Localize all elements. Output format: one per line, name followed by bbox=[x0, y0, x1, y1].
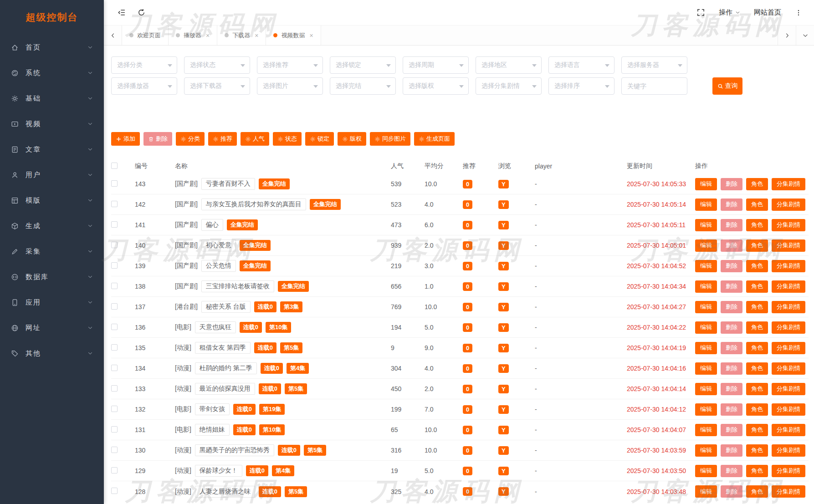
episode-plot-button[interactable]: 分集剧情 bbox=[772, 342, 805, 354]
filter-select[interactable]: 选择锁定 bbox=[330, 56, 396, 74]
sidebar-item[interactable]: 基础 bbox=[0, 86, 104, 111]
row-checkbox[interactable] bbox=[111, 303, 118, 310]
role-button[interactable]: 角色 bbox=[746, 260, 768, 272]
edit-button[interactable]: 编辑 bbox=[695, 403, 717, 416]
toolbar-button[interactable]: 同步图片 bbox=[370, 132, 410, 146]
role-button[interactable]: 角色 bbox=[746, 485, 768, 498]
role-button[interactable]: 角色 bbox=[746, 321, 768, 334]
episode-plot-button[interactable]: 分集剧情 bbox=[772, 362, 805, 375]
toolbar-button[interactable]: 添加 bbox=[111, 132, 140, 146]
edit-button[interactable]: 编辑 bbox=[695, 280, 717, 293]
tabs-scroll-left-button[interactable] bbox=[104, 25, 122, 45]
delete-button[interactable]: 删除 bbox=[721, 301, 742, 313]
edit-button[interactable]: 编辑 bbox=[695, 444, 717, 457]
sidebar-item[interactable]: 数据库 bbox=[0, 264, 104, 290]
tab[interactable]: 欢迎页面 bbox=[122, 25, 169, 45]
tab[interactable]: 播放器 × bbox=[169, 25, 217, 45]
edit-button[interactable]: 编辑 bbox=[695, 383, 717, 395]
delete-button[interactable]: 删除 bbox=[721, 465, 742, 477]
role-button[interactable]: 角色 bbox=[746, 239, 768, 252]
role-button[interactable]: 角色 bbox=[746, 178, 768, 190]
toolbar-button[interactable]: 状态 bbox=[273, 132, 302, 146]
collapse-sidebar-icon[interactable] bbox=[118, 8, 126, 17]
sidebar-item[interactable]: 系统 bbox=[0, 60, 104, 86]
toolbar-button[interactable]: 人气 bbox=[241, 132, 269, 146]
episode-plot-button[interactable]: 分集剧情 bbox=[772, 219, 805, 231]
episode-plot-button[interactable]: 分集剧情 bbox=[772, 403, 805, 416]
delete-button[interactable]: 删除 bbox=[721, 199, 742, 211]
edit-button[interactable]: 编辑 bbox=[695, 321, 717, 334]
more-menu-icon[interactable] bbox=[795, 9, 802, 16]
toolbar-button[interactable]: 分类 bbox=[176, 132, 205, 146]
filter-select[interactable]: 选择完结 bbox=[330, 77, 396, 95]
delete-button[interactable]: 删除 bbox=[721, 178, 742, 190]
select-all-checkbox[interactable] bbox=[111, 163, 118, 169]
episode-plot-button[interactable]: 分集剧情 bbox=[772, 321, 805, 334]
episode-plot-button[interactable]: 分集剧情 bbox=[772, 465, 805, 477]
edit-button[interactable]: 编辑 bbox=[695, 178, 717, 190]
sidebar-item[interactable]: 其他 bbox=[0, 341, 104, 366]
delete-button[interactable]: 删除 bbox=[721, 383, 742, 395]
episode-plot-button[interactable]: 分集剧情 bbox=[772, 485, 805, 498]
role-button[interactable]: 角色 bbox=[746, 301, 768, 313]
row-checkbox[interactable] bbox=[111, 467, 118, 473]
delete-button[interactable]: 删除 bbox=[721, 403, 742, 416]
delete-button[interactable]: 删除 bbox=[721, 260, 742, 272]
row-checkbox[interactable] bbox=[111, 180, 118, 187]
tabs-scroll-right-button[interactable] bbox=[778, 25, 796, 45]
edit-button[interactable]: 编辑 bbox=[695, 424, 717, 436]
row-checkbox[interactable] bbox=[111, 221, 118, 228]
row-checkbox[interactable] bbox=[111, 283, 118, 289]
sidebar-item[interactable]: 视频 bbox=[0, 111, 104, 137]
role-button[interactable]: 角色 bbox=[746, 424, 768, 436]
row-checkbox[interactable] bbox=[111, 447, 118, 453]
filter-select[interactable]: 选择版权 bbox=[403, 77, 469, 95]
toolbar-button[interactable]: 生成页面 bbox=[414, 132, 455, 146]
edit-button[interactable]: 编辑 bbox=[695, 239, 717, 252]
episode-plot-button[interactable]: 分集剧情 bbox=[772, 199, 805, 211]
delete-button[interactable]: 删除 bbox=[721, 444, 742, 457]
row-checkbox[interactable] bbox=[111, 426, 118, 433]
role-button[interactable]: 角色 bbox=[746, 444, 768, 457]
episode-plot-button[interactable]: 分集剧情 bbox=[772, 383, 805, 395]
tabs-dropdown-button[interactable] bbox=[796, 25, 814, 45]
filter-select[interactable]: 选择排序 bbox=[548, 77, 614, 95]
row-checkbox[interactable] bbox=[111, 385, 118, 392]
edit-button[interactable]: 编辑 bbox=[695, 260, 717, 272]
filter-select[interactable]: 选择周期 bbox=[403, 56, 469, 74]
episode-plot-button[interactable]: 分集剧情 bbox=[772, 424, 805, 436]
filter-select[interactable]: 选择语言 bbox=[548, 56, 614, 74]
sidebar-item[interactable]: 文章 bbox=[0, 137, 104, 162]
delete-button[interactable]: 删除 bbox=[721, 342, 742, 354]
role-button[interactable]: 角色 bbox=[746, 199, 768, 211]
episode-plot-button[interactable]: 分集剧情 bbox=[772, 239, 805, 252]
role-button[interactable]: 角色 bbox=[746, 362, 768, 375]
tab-close-icon[interactable]: × bbox=[309, 32, 313, 39]
filter-select[interactable]: 选择状态 bbox=[184, 56, 250, 74]
edit-button[interactable]: 编辑 bbox=[695, 362, 717, 375]
edit-button[interactable]: 编辑 bbox=[695, 465, 717, 477]
row-checkbox[interactable] bbox=[111, 201, 118, 207]
episode-plot-button[interactable]: 分集剧情 bbox=[772, 260, 805, 272]
episode-plot-button[interactable]: 分集剧情 bbox=[772, 178, 805, 190]
filter-select[interactable]: 选择分类 bbox=[111, 56, 177, 74]
fullscreen-icon[interactable] bbox=[696, 8, 705, 17]
role-button[interactable]: 角色 bbox=[746, 403, 768, 416]
filter-select[interactable]: 选择地区 bbox=[476, 56, 542, 74]
row-checkbox[interactable] bbox=[111, 488, 118, 494]
sidebar-item[interactable]: 模版 bbox=[0, 188, 104, 213]
episode-plot-button[interactable]: 分集剧情 bbox=[772, 280, 805, 293]
tab-close-icon[interactable]: × bbox=[255, 32, 258, 39]
filter-select[interactable]: 选择分集剧情 bbox=[476, 77, 542, 95]
delete-button[interactable]: 删除 bbox=[721, 362, 742, 375]
delete-button[interactable]: 删除 bbox=[721, 321, 742, 334]
delete-button[interactable]: 删除 bbox=[721, 280, 742, 293]
filter-select[interactable]: 选择推荐 bbox=[257, 56, 323, 74]
row-checkbox[interactable] bbox=[111, 262, 118, 269]
row-checkbox[interactable] bbox=[111, 242, 118, 248]
filter-select[interactable]: 选择下载器 bbox=[184, 77, 250, 95]
delete-button[interactable]: 删除 bbox=[721, 219, 742, 231]
episode-plot-button[interactable]: 分集剧情 bbox=[772, 444, 805, 457]
filter-select[interactable]: 选择播放器 bbox=[111, 77, 177, 95]
sidebar-item[interactable]: 生成 bbox=[0, 213, 104, 239]
